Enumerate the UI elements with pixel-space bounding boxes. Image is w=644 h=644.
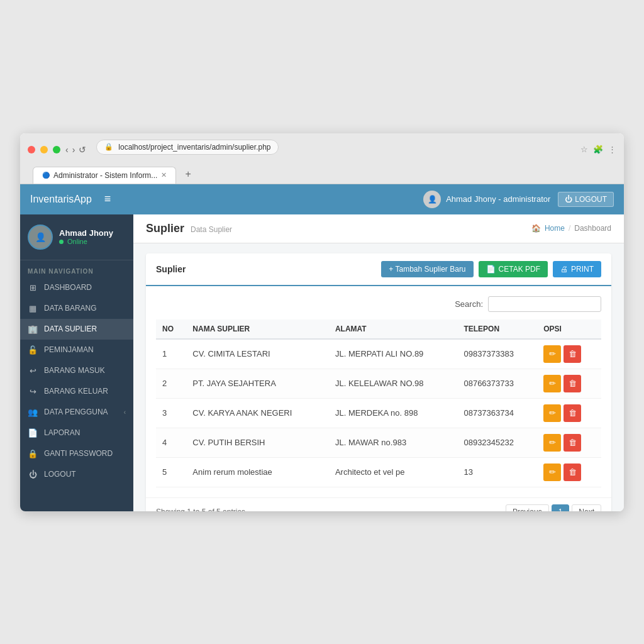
data-barang-icon: ▦	[28, 304, 38, 313]
nav-right: 👤 Ahmad Jhony - administrator ⏻ LOGOUT	[423, 191, 614, 208]
table-body: 1 CV. CIMITA LESTARI JL. MERPATI ALI NO.…	[156, 339, 601, 487]
page-subtitle: Data Suplier	[191, 225, 232, 234]
suplier-table: NO NAMA SUPLIER ALAMAT TELEPON OPSI 1	[156, 319, 601, 487]
action-buttons: ✏ 🗑	[543, 464, 595, 481]
close-dot[interactable]	[28, 146, 35, 153]
sidebar-item-ganti-password[interactable]: 🔒 GANTI PASSWORD	[20, 443, 133, 464]
delete-button[interactable]: 🗑	[564, 464, 581, 481]
sidebar-label-ganti-password: GANTI PASSWORD	[44, 449, 126, 458]
browser-window: ‹ › ↺ 🔒 localhost/project_inventaris/adm…	[20, 133, 624, 511]
sidebar-item-data-suplier[interactable]: 🏢 DATA SUPLIER	[20, 319, 133, 340]
data-pengguna-arrow-icon: ‹	[124, 409, 126, 416]
status-dot	[59, 240, 64, 244]
delete-button[interactable]: 🗑	[564, 404, 581, 422]
add-suplier-button[interactable]: + Tambah Suplier Baru	[381, 261, 473, 277]
card-header: Suplier + Tambah Suplier Baru 📄 CETAK PD…	[146, 253, 611, 286]
maximize-dot[interactable]	[53, 146, 60, 153]
search-input[interactable]	[488, 296, 601, 312]
sidebar-avatar: 👤	[28, 225, 53, 250]
top-user-name: Ahmad Jhony - administrator	[446, 194, 550, 204]
cell-opsi: ✏ 🗑	[537, 339, 601, 369]
minimize-dot[interactable]	[40, 146, 48, 153]
delete-button[interactable]: 🗑	[564, 375, 581, 392]
cell-alamat: Architecto et vel pe	[329, 457, 458, 487]
tab-favicon: 🔵	[42, 172, 50, 179]
page-1-button[interactable]: 1	[552, 504, 570, 511]
sidebar-item-barang-keluar[interactable]: ↪ BARANG KELUAR	[20, 381, 133, 402]
cell-alamat: JL. MERDEKA no. 898	[329, 398, 458, 428]
edit-button[interactable]: ✏	[543, 464, 561, 481]
brand-name: InventarisApp	[30, 194, 92, 205]
sidebar-user: 👤 Ahmad Jhony Online	[20, 214, 133, 260]
barang-masuk-icon: ↩	[28, 366, 38, 375]
action-buttons: ✏ 🗑	[543, 404, 595, 422]
peminjaman-icon: 🔓	[28, 345, 38, 355]
browser-controls: ‹ › ↺ 🔒 localhost/project_inventaris/adm…	[28, 140, 616, 160]
card-actions: + Tambah Suplier Baru 📄 CETAK PDF 🖨 PRIN…	[381, 261, 601, 277]
cell-alamat: JL. MAWAR no.983	[329, 428, 458, 457]
active-tab[interactable]: 🔵 Administrator - Sistem Inform... ✕	[33, 167, 176, 184]
edit-button[interactable]: ✏	[543, 345, 561, 363]
sidebar-item-peminjaman[interactable]: 🔓 PEMINJAMAN	[20, 340, 133, 360]
address-bar[interactable]: 🔒 localhost/project_inventaris/admin/sup…	[96, 140, 279, 155]
cell-opsi: ✏ 🗑	[537, 457, 601, 487]
print-icon: 🖨	[560, 265, 568, 274]
back-button[interactable]: ‹	[65, 145, 69, 155]
cell-nama: CV. CIMITA LESTARI	[186, 339, 329, 369]
forward-button[interactable]: ›	[72, 145, 75, 155]
data-pengguna-icon: 👥	[28, 408, 38, 417]
new-tab-button[interactable]: +	[179, 165, 197, 184]
menu-icon[interactable]: ⋮	[608, 145, 616, 154]
cell-nama: CV. KARYA ANAK NEGERI	[186, 398, 329, 428]
edit-button[interactable]: ✏	[543, 404, 561, 422]
cell-telepon: 09837373383	[457, 339, 537, 369]
cell-alamat: JL. KELELAWAR NO.98	[329, 369, 458, 398]
col-no: NO	[156, 319, 186, 339]
sidebar-item-barang-masuk[interactable]: ↩ BARANG MASUK	[20, 360, 133, 381]
refresh-button[interactable]: ↺	[79, 145, 86, 155]
sidebar-item-laporan[interactable]: 📄 LAPORAN	[20, 423, 133, 443]
cell-nama: PT. JAYA SEJAHTERA	[186, 369, 329, 398]
sidebar-user-info: Ahmad Jhony Online	[59, 228, 113, 245]
sidebar-item-dashboard[interactable]: ⊞ DASHBOARD	[20, 277, 133, 298]
cetak-pdf-button[interactable]: 📄 CETAK PDF	[479, 261, 548, 277]
cell-telepon: 13	[457, 457, 537, 487]
next-button[interactable]: Next	[572, 504, 601, 511]
cell-telepon: 08766373733	[457, 369, 537, 398]
sidebar-label-data-suplier: DATA SUPLIER	[44, 325, 126, 333]
edit-button[interactable]: ✏	[543, 375, 561, 392]
tab-close-button[interactable]: ✕	[161, 171, 167, 179]
top-logout-button[interactable]: ⏻ LOGOUT	[558, 192, 614, 207]
previous-button[interactable]: Previous	[506, 504, 549, 511]
cell-telepon: 08932345232	[457, 428, 537, 457]
logout-icon: ⏻	[565, 195, 572, 204]
edit-button[interactable]: ✏	[543, 434, 561, 452]
sidebar-item-logout[interactable]: ⏻ LOGOUT	[20, 464, 133, 485]
cell-opsi: ✏ 🗑	[537, 428, 601, 457]
sidebar-logout-icon: ⏻	[28, 470, 38, 479]
extension-icon[interactable]: 🧩	[593, 145, 603, 154]
breadcrumb-home[interactable]: Home	[545, 224, 565, 233]
nav-user: 👤 Ahmad Jhony - administrator	[423, 191, 550, 208]
delete-button[interactable]: 🗑	[564, 434, 581, 452]
action-buttons: ✏ 🗑	[543, 375, 595, 392]
print-button[interactable]: 🖨 PRINT	[553, 261, 601, 277]
barang-keluar-icon: ↪	[28, 387, 38, 396]
content-area: Suplier Data Suplier 🏠 Home / Dashboard	[133, 214, 624, 511]
sidebar-label-barang-masuk: BARANG MASUK	[44, 366, 126, 375]
delete-button[interactable]: 🗑	[564, 345, 581, 363]
sidebar-item-data-pengguna[interactable]: 👥 DATA PENGGUNA ‹	[20, 402, 133, 423]
star-icon[interactable]: ☆	[580, 145, 588, 154]
col-nama: NAMA SUPLIER	[186, 319, 329, 339]
hamburger-icon[interactable]: ≡	[104, 192, 111, 206]
sidebar-item-data-barang[interactable]: ▦ DATA BARANG	[20, 298, 133, 319]
cell-nama: Anim rerum molestiae	[186, 457, 329, 487]
laporan-icon: 📄	[28, 428, 38, 438]
breadcrumb-current: Dashboard	[574, 224, 611, 233]
table-row: 1 CV. CIMITA LESTARI JL. MERPATI ALI NO.…	[156, 339, 601, 369]
action-buttons: ✏ 🗑	[543, 345, 595, 363]
search-bar: Search:	[156, 296, 601, 312]
cell-opsi: ✏ 🗑	[537, 369, 601, 398]
col-opsi: OPSI	[537, 319, 601, 339]
breadcrumb: 🏠 Home / Dashboard	[531, 224, 611, 233]
